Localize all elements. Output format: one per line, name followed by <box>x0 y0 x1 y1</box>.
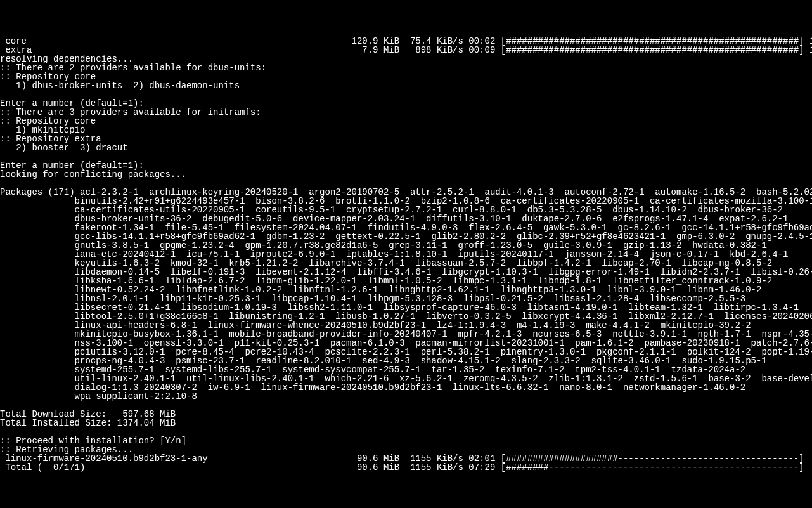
terminal-output: core 120.9 KiB 75.4 KiB/s 00:02 [#######… <box>0 36 812 472</box>
